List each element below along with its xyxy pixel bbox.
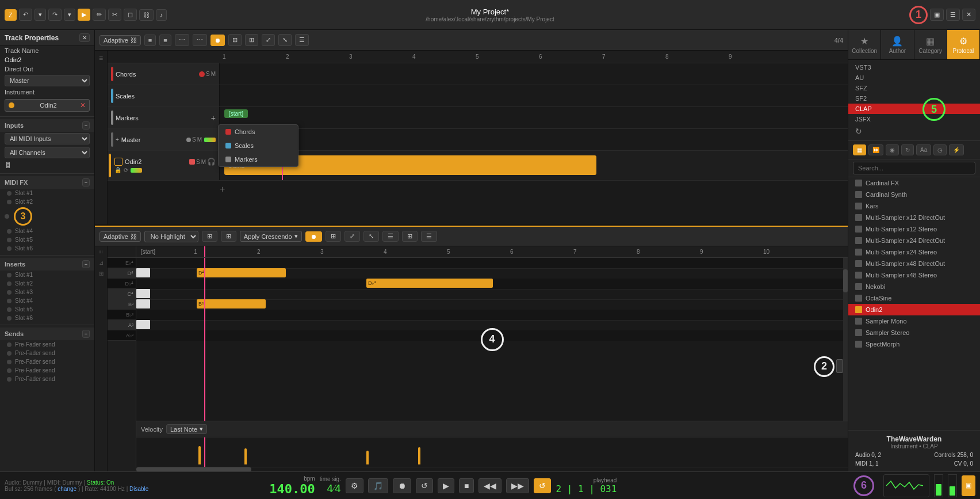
plugin-ms24d[interactable]: Multi-Sampler x24 DirectOut — [848, 235, 980, 246]
pr-strip-icon-2[interactable]: ⊿ — [99, 260, 104, 266]
plugin-sampler-stereo[interactable]: Sampler Stereo — [848, 327, 980, 338]
panel-toggle-button[interactable]: ▣ — [930, 9, 944, 21]
midi-input-select[interactable]: All MIDI Inputs — [5, 133, 90, 144]
direct-out-select[interactable]: Master — [5, 75, 90, 86]
play-tool-button[interactable]: ▶ — [78, 9, 90, 21]
menu-chords[interactable]: Chords — [219, 125, 298, 139]
merge-btn[interactable]: ⋯ — [175, 34, 189, 46]
track-zoom-out[interactable]: ≡ — [159, 35, 171, 46]
undo-dropdown[interactable]: ▾ — [35, 9, 46, 21]
key-ab3[interactable]: A♭³ — [108, 330, 136, 341]
key-eb4[interactable]: E♭⁴ — [108, 258, 136, 268]
plugin-ms24s[interactable]: Multi-Sampler x24 Stereo — [848, 246, 980, 258]
pr-settings-btn[interactable]: ☰ — [382, 231, 399, 242]
key-a3[interactable]: A³ — [108, 320, 136, 330]
type-jsfx[interactable]: JSFX — [848, 114, 980, 124]
menu-button[interactable]: ☰ — [946, 9, 960, 21]
chords-solo[interactable]: S — [206, 71, 210, 77]
settings-btn[interactable]: ☰ — [295, 34, 309, 46]
filter-forward[interactable]: ⏩ — [868, 144, 883, 155]
note-b3[interactable]: B³ — [197, 299, 266, 308]
record-btn[interactable]: ⏺ — [393, 478, 411, 493]
close-button[interactable]: ✕ — [962, 9, 975, 21]
key-bb3[interactable]: B♭³ — [108, 310, 136, 320]
adaptive-control[interactable]: Adaptive ⛓ — [99, 35, 141, 45]
key-c4[interactable]: C⁴ — [108, 289, 136, 299]
full-btn[interactable]: ⤡ — [278, 34, 292, 46]
redo-button[interactable]: ↷ — [48, 9, 62, 21]
filter-circle[interactable]: ◉ — [886, 144, 899, 155]
last-note-select[interactable]: Last Note ▾ — [166, 424, 207, 434]
grid-btn[interactable]: ⊞ — [245, 34, 258, 46]
plugin-cardinal-synth[interactable]: Cardinal Synth — [848, 189, 980, 200]
odin2-lock[interactable]: 🔒 — [114, 167, 121, 173]
filter-text[interactable]: Aa — [916, 144, 931, 155]
pr-strip-icon-3[interactable]: ⊞ — [99, 271, 104, 277]
master-mute[interactable]: M — [197, 136, 202, 143]
plugin-spectmorph[interactable]: SpectMorph — [848, 338, 980, 350]
filter-lightning[interactable]: ⚡ — [949, 144, 964, 155]
pr-export-btn[interactable]: ⊞ — [326, 231, 341, 242]
odin2-solo[interactable]: S — [196, 159, 200, 165]
right-panel-toggle[interactable]: ▣ — [962, 475, 975, 496]
snap-btn[interactable]: ⋯ — [193, 34, 207, 46]
plugin-odin2[interactable]: Odin2 — [848, 304, 980, 315]
tab-protocal[interactable]: ⚙ Protocal — [947, 30, 980, 59]
rewind-btn[interactable]: ◀◀ — [478, 478, 502, 493]
pr-strip-icon-1[interactable]: ≡ — [98, 250, 104, 254]
note-d4[interactable]: D⁴ — [197, 268, 286, 277]
erase-tool-button[interactable]: ◻ — [124, 9, 137, 21]
no-highlight-select[interactable]: No Highlight — [144, 231, 198, 242]
odin2-headphone[interactable]: 🎧 — [207, 158, 216, 166]
key-d4[interactable]: D⁴ — [108, 268, 136, 279]
filter-refresh[interactable]: ↻ — [901, 144, 914, 155]
type-refresh[interactable]: ↻ — [848, 124, 980, 138]
plugin-search-input[interactable] — [853, 162, 975, 174]
plugin-ms12d[interactable]: Multi-Sampler x12 DirectOut — [848, 212, 980, 223]
filter-grid[interactable]: ▦ — [853, 144, 866, 155]
change-link[interactable]: change — [58, 486, 76, 492]
apply-crescendo-control[interactable]: Apply Crescendo ▾ — [240, 231, 302, 242]
inputs-collapse[interactable]: − — [82, 121, 90, 129]
pr-scrollbar-v[interactable] — [843, 258, 848, 421]
pr-scrollbar-thumb-v[interactable] — [843, 269, 848, 292]
strip-icon-1[interactable]: ≡ — [98, 53, 104, 63]
key-b3[interactable]: B³ — [108, 299, 136, 310]
pr-scrollbar-h[interactable] — [136, 467, 848, 471]
plugin-nekobi[interactable]: Nekobi — [848, 281, 980, 292]
instrument-remove[interactable]: ✕ — [80, 101, 86, 109]
track-properties-close[interactable]: ✕ — [79, 33, 90, 42]
pr-menu-btn[interactable]: ☰ — [421, 231, 437, 242]
add-marker-btn[interactable]: + — [211, 113, 216, 123]
plugin-ms48d[interactable]: Multi-Sampler x48 DirectOut — [848, 258, 980, 269]
type-au[interactable]: AU — [848, 73, 980, 83]
plugin-kars[interactable]: Kars — [848, 200, 980, 212]
type-sf2[interactable]: SF2 — [848, 93, 980, 104]
pr-extra-btn[interactable]: ⊞ — [402, 231, 418, 242]
menu-scales[interactable]: Scales — [219, 139, 298, 153]
disable-link[interactable]: Disable — [129, 486, 148, 492]
forward-btn[interactable]: ▶▶ — [506, 478, 529, 493]
pr-adaptive-control[interactable]: Adaptive ⛓ — [99, 231, 141, 242]
channel-select[interactable]: All Channels — [5, 147, 90, 158]
zoom-btn-2[interactable]: ⊞ — [221, 231, 236, 242]
logo-button[interactable]: Z — [5, 9, 17, 21]
odin2-gen[interactable]: ⟳ — [124, 167, 128, 173]
track-zoom-in[interactable]: ≡ — [144, 35, 156, 46]
loop-btn[interactable]: ⏺ — [210, 35, 225, 46]
pr-loop-btn[interactable]: ⏺ — [305, 231, 322, 242]
draw-tool-button[interactable]: ✏ — [93, 9, 106, 21]
plugin-ms12s[interactable]: Multi-Sampler x12 Stereo — [848, 223, 980, 235]
odin2-body[interactable]: Odin2 — [220, 151, 848, 180]
type-clap[interactable]: CLAP — [848, 104, 980, 114]
type-vst3[interactable]: VST3 — [848, 62, 980, 73]
metronome-btn[interactable]: 🎵 — [368, 478, 388, 493]
undo-button[interactable]: ↶ — [19, 9, 32, 21]
fit-btn[interactable]: ⤢ — [262, 34, 275, 46]
note-db4[interactable]: D♭⁴ — [366, 279, 493, 288]
plugin-ms48s[interactable]: Multi-Sampler x48 Stereo — [848, 269, 980, 281]
markers-body[interactable]: [start] — [220, 107, 848, 128]
scales-body[interactable] — [220, 85, 848, 106]
redo-dropdown[interactable]: ▾ — [64, 9, 75, 21]
link-tool-button[interactable]: ⛓ — [139, 9, 154, 21]
